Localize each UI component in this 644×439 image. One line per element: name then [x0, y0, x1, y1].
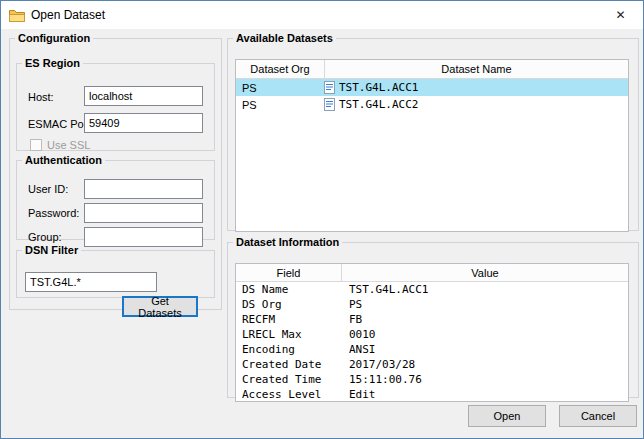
cancel-button[interactable]: Cancel — [559, 405, 637, 427]
dataset-name-cell: TST.G4L.ACC1 — [339, 81, 418, 94]
available-datasets-group: Available Datasets Dataset Org Dataset N… — [227, 32, 639, 231]
authentication-group: Authentication User ID: Password: Group: — [16, 154, 215, 240]
authentication-group-title: Authentication — [22, 154, 105, 166]
dataset-org-cell: PS — [236, 82, 324, 94]
esmac-port-input[interactable] — [84, 113, 203, 133]
user-id-label: User ID: — [28, 183, 68, 195]
dataset-file-icon — [324, 81, 335, 94]
info-field: Created Time — [236, 373, 341, 386]
group-label: Group: — [28, 231, 62, 243]
info-value: ANSI — [341, 343, 628, 356]
configuration-group: Configuration ES Region Host: ESMAC Port… — [9, 32, 222, 310]
get-datasets-button[interactable]: Get Datasets — [122, 296, 198, 317]
es-region-group-title: ES Region — [22, 57, 83, 69]
info-row: Encoding ANSI — [236, 342, 628, 357]
info-row: Access Level Edit — [236, 387, 628, 402]
column-header-field: Field — [236, 264, 342, 281]
dataset-row[interactable]: PS TST.G4L.ACC2 — [236, 96, 628, 113]
info-row: Created Date 2017/03/28 — [236, 357, 628, 372]
info-field: Encoding — [236, 343, 341, 356]
info-row: DS Org PS — [236, 297, 628, 312]
use-ssl-label: Use SSL — [47, 139, 90, 151]
column-header-value: Value — [342, 264, 628, 281]
close-icon: ✕ — [615, 8, 625, 22]
dataset-row[interactable]: PS TST.G4L.ACC1 — [236, 79, 628, 96]
info-value: 0010 — [341, 328, 628, 341]
configuration-group-title: Configuration — [15, 32, 93, 44]
info-value: Edit — [341, 388, 628, 401]
info-field: LRECL Max — [236, 328, 341, 341]
host-label: Host: — [28, 91, 54, 103]
checkbox-icon — [30, 139, 42, 151]
info-value: PS — [341, 298, 628, 311]
info-field: Created Date — [236, 358, 341, 371]
open-dataset-dialog: Open Dataset ✕ Configuration ES Region H… — [0, 0, 644, 439]
info-field: DS Name — [236, 283, 341, 296]
es-region-group: ES Region Host: ESMAC Port: Use SSL — [16, 57, 215, 151]
info-field: Access Level — [236, 388, 341, 401]
available-datasets-group-title: Available Datasets — [233, 32, 336, 44]
info-row: RECFM FB — [236, 312, 628, 327]
dsn-filter-input[interactable] — [25, 272, 157, 292]
info-row: LRECL Max 0010 — [236, 327, 628, 342]
dataset-name-cell: TST.G4L.ACC2 — [339, 98, 418, 111]
close-button[interactable]: ✕ — [598, 1, 643, 29]
open-button[interactable]: Open — [468, 405, 546, 427]
host-input[interactable] — [84, 86, 203, 106]
dsn-filter-group: DSN Filter — [16, 244, 215, 298]
use-ssl-checkbox: Use SSL — [30, 139, 90, 151]
info-field: RECFM — [236, 313, 341, 326]
info-value: 2017/03/28 — [341, 358, 628, 371]
info-value: TST.G4L.ACC1 — [341, 283, 628, 296]
window-title: Open Dataset — [31, 8, 105, 22]
dataset-information-group: Dataset Information Field Value DS Name … — [227, 236, 639, 398]
dataset-information-group-title: Dataset Information — [233, 236, 342, 248]
info-value: 15:11:00.76 — [341, 373, 628, 386]
dataset-org-cell: PS — [236, 99, 324, 111]
password-input[interactable] — [84, 203, 203, 223]
info-row: Created Time 15:11:00.76 — [236, 372, 628, 387]
dataset-file-icon — [324, 98, 335, 111]
info-table-header: Field Value — [236, 264, 628, 282]
dsn-filter-group-title: DSN Filter — [22, 244, 81, 256]
column-header-dataset-org[interactable]: Dataset Org — [236, 60, 325, 78]
datasets-table-header: Dataset Org Dataset Name — [236, 60, 628, 79]
info-row: DS Name TST.G4L.ACC1 — [236, 282, 628, 297]
column-header-dataset-name[interactable]: Dataset Name — [325, 60, 628, 78]
titlebar[interactable]: Open Dataset ✕ — [1, 1, 643, 29]
datasets-table: Dataset Org Dataset Name PS TST.G4L.ACC1… — [235, 59, 629, 232]
password-label: Password: — [28, 207, 79, 219]
user-id-input[interactable] — [84, 179, 203, 199]
info-value: FB — [341, 313, 628, 326]
app-icon — [9, 8, 25, 22]
info-field: DS Org — [236, 298, 341, 311]
dataset-information-table: Field Value DS Name TST.G4L.ACC1 DS Org … — [235, 263, 629, 402]
